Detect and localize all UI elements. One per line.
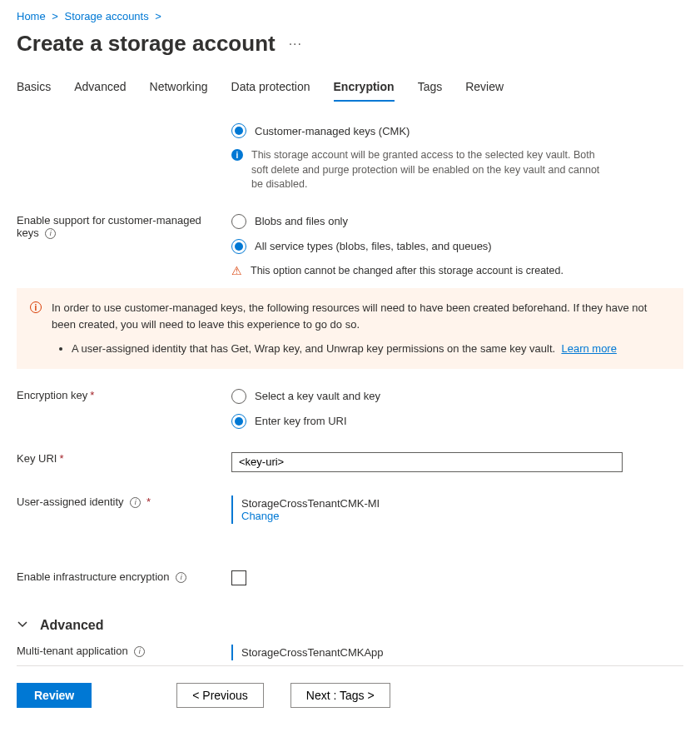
info-icon[interactable]: i (130, 497, 141, 508)
next-button[interactable]: Next : Tags > (290, 683, 390, 708)
info-icon[interactable]: i (176, 572, 186, 583)
info-icon: i (231, 149, 243, 161)
chevron-right-icon: > (52, 10, 58, 22)
radio-enter-uri[interactable] (231, 414, 246, 429)
radio-all-services[interactable] (231, 239, 246, 254)
breadcrumb-home[interactable]: Home (17, 10, 46, 22)
key-uri-input[interactable] (231, 452, 623, 472)
encryption-key-label: Encryption key (17, 389, 87, 401)
radio-select-keyvault-label: Select a key vault and key (255, 390, 380, 402)
multi-tenant-app-label: Multi-tenant application (17, 645, 128, 657)
tab-list: Basics Advanced Networking Data protecti… (17, 80, 683, 102)
tab-networking[interactable]: Networking (150, 80, 208, 102)
tab-advanced[interactable]: Advanced (74, 80, 126, 102)
more-options-icon[interactable]: ··· (289, 37, 302, 52)
radio-blobs-files[interactable] (231, 214, 246, 229)
key-uri-label: Key URI (17, 452, 57, 465)
review-button[interactable]: Review (17, 683, 92, 708)
radio-select-keyvault[interactable] (231, 389, 246, 404)
breadcrumb: Home > Storage accounts > (17, 7, 683, 31)
infrastructure-encryption-label: Enable infrastructure encryption (17, 570, 170, 583)
enable-cmk-support-label: Enable support for customer-managed keys (17, 214, 201, 239)
alert-bullet: A user-assigned identity that has Get, W… (72, 342, 555, 355)
info-icon[interactable]: i (134, 646, 145, 657)
advanced-section-title: Advanced (40, 618, 103, 633)
user-assigned-identity-label: User-assigned identity (17, 495, 124, 508)
cmk-info-text: This storage account will be granted acc… (251, 148, 601, 192)
alert-text: In order to use customer-managed keys, t… (52, 300, 670, 332)
learn-more-link[interactable]: Learn more (561, 342, 616, 355)
identity-value: StorageCrossTenantCMK-MI (241, 497, 683, 510)
multi-tenant-app-value: StorageCrossTenantCMKApp (241, 646, 683, 659)
radio-cmk[interactable] (231, 123, 246, 138)
tab-encryption[interactable]: Encryption (334, 80, 395, 102)
radio-cmk-label: Customer-managed keys (CMK) (255, 125, 410, 137)
radio-enter-uri-label: Enter key from URI (255, 415, 347, 427)
info-icon: i (30, 301, 42, 313)
tab-data-protection[interactable]: Data protection (231, 80, 310, 102)
prerequisites-alert: i In order to use customer-managed keys,… (17, 288, 683, 369)
tab-review[interactable]: Review (465, 80, 504, 102)
chevron-right-icon: > (155, 10, 161, 22)
infrastructure-encryption-checkbox[interactable] (231, 570, 246, 585)
warning-icon: ⚠ (231, 264, 242, 277)
breadcrumb-storage-accounts[interactable]: Storage accounts (65, 10, 149, 22)
page-title: Create a storage account (17, 31, 276, 57)
tab-tags[interactable]: Tags (418, 80, 443, 102)
radio-blobs-files-label: Blobs and files only (255, 215, 348, 227)
change-identity-link[interactable]: Change (241, 510, 683, 522)
support-warning-text: This option cannot be changed after this… (251, 264, 563, 279)
chevron-down-icon[interactable] (17, 618, 28, 632)
previous-button[interactable]: < Previous (176, 683, 264, 708)
radio-all-services-label: All service types (blobs, files, tables,… (255, 240, 492, 252)
tab-basics[interactable]: Basics (17, 80, 51, 102)
info-icon[interactable]: i (45, 228, 56, 239)
